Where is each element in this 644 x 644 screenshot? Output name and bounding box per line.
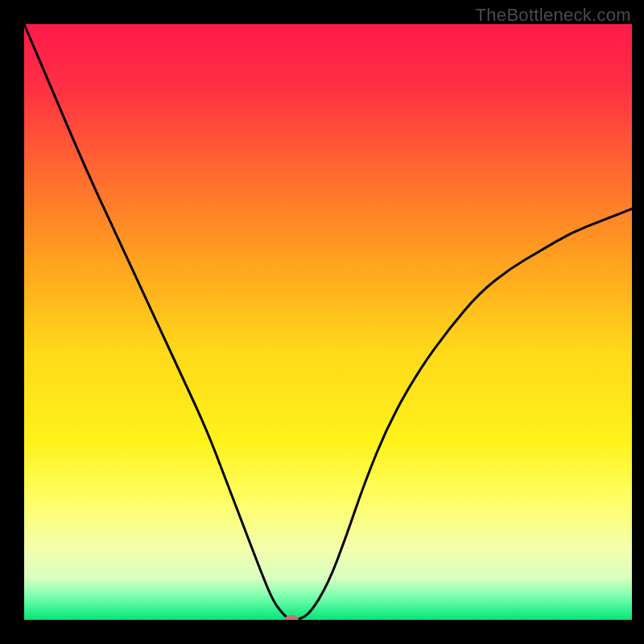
- chart-container: TheBottleneck.com: [0, 0, 644, 644]
- plot-area: [24, 24, 632, 620]
- minimum-marker: [284, 615, 299, 620]
- watermark-text: TheBottleneck.com: [476, 5, 631, 26]
- bottleneck-curve: [24, 24, 632, 620]
